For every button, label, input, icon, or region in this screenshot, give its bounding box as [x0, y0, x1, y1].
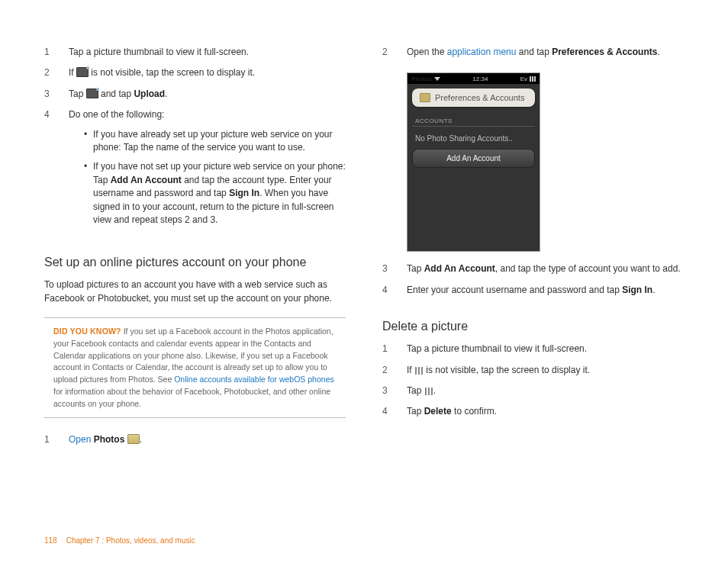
page-number: 118	[44, 536, 57, 545]
chapter-label: Chapter 7 : Photos, videos, and music	[66, 536, 195, 545]
delete-step-3: Tap .	[407, 384, 684, 397]
online-accounts-link[interactable]: Online accounts available for webOS phon…	[174, 375, 334, 384]
setup-step-1: Open Photos .	[69, 433, 346, 446]
setup-steps: 1 Open Photos .	[44, 433, 346, 446]
bullet-existing-service: If you have already set up your picture …	[84, 128, 346, 155]
setup-steps-cont2: 3 Tap Add An Account, and tap the type o…	[382, 262, 684, 297]
step-1: Tap a picture thumbnail to view it full-…	[69, 46, 346, 59]
open-link[interactable]: Open	[69, 434, 91, 445]
setup-step-2: Open the application menu and tap Prefer…	[407, 46, 684, 59]
no-accounts-text: No Photo Sharing Accounts..	[415, 134, 532, 143]
step-3: Tap and tap Upload.	[69, 88, 346, 101]
tip-lead: DID YOU KNOW?	[53, 327, 121, 336]
setup-intro: To upload pictures to an account you hav…	[44, 278, 346, 305]
phone-screenshot: Photos 12:34 Ev Preferences & Accounts A…	[407, 72, 540, 252]
delete-steps: 1Tap a picture thumbnail to view it full…	[382, 343, 684, 419]
setup-step-4: Enter your account username and password…	[407, 284, 684, 297]
setup-heading: Set up an online pictures account on you…	[44, 256, 346, 269]
trash-icon	[415, 365, 423, 375]
accounts-section-label: ACCOUNTS	[412, 116, 535, 127]
upload-steps: 1Tap a picture thumbnail to view it full…	[44, 46, 346, 233]
photos-app-icon	[127, 434, 140, 444]
share-icon	[86, 88, 98, 98]
step-4: Do one of the following: If you have alr…	[69, 108, 346, 233]
add-account-button[interactable]: Add An Account	[412, 149, 535, 168]
delete-heading: Delete a picture	[382, 320, 684, 333]
delete-step-4: Tap Delete to confirm.	[407, 405, 684, 418]
did-you-know-box: DID YOU KNOW? If you set up a Facebook a…	[44, 317, 346, 418]
page-footer: 118Chapter 7 : Photos, videos, and music	[44, 536, 195, 545]
trash-icon	[425, 386, 433, 395]
bullet-add-account: If you have not set up your picture web …	[84, 160, 346, 227]
setup-step-3: Tap Add An Account, and tap the type of …	[407, 262, 684, 275]
application-menu-link[interactable]: application menu	[447, 47, 517, 57]
right-column: 2 Open the application menu and tap Pref…	[382, 46, 684, 540]
prefs-panel: Preferences & Accounts	[412, 88, 535, 107]
left-column: 1Tap a picture thumbnail to view it full…	[44, 46, 346, 540]
delete-step-1: Tap a picture thumbnail to view it full-…	[407, 343, 684, 355]
setup-steps-cont: 2 Open the application menu and tap Pref…	[382, 46, 684, 59]
status-bar: Photos 12:34 Ev	[407, 73, 540, 84]
chevron-down-icon	[434, 77, 440, 81]
step-2: If is not visible, tap the screen to dis…	[69, 66, 346, 79]
signal-icon	[530, 76, 536, 82]
delete-step-2: If is not visible, tap the screen to dis…	[407, 364, 684, 377]
photos-app-icon	[420, 93, 430, 102]
share-icon	[76, 67, 89, 77]
